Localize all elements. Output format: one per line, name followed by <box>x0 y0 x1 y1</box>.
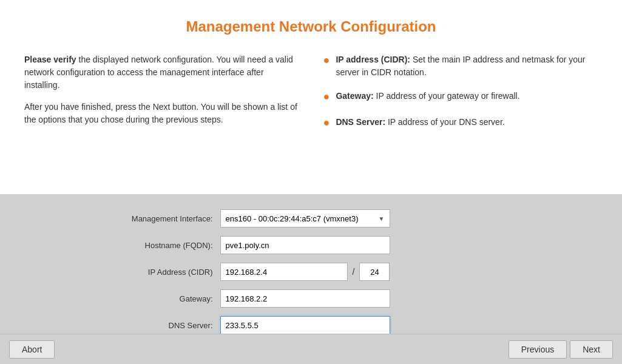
list-item-ip: ● IP address (CIDR): Set the main IP add… <box>323 53 598 79</box>
bullet-icon: ● <box>323 52 330 69</box>
management-interface-label: Management Interface: <box>99 214 220 223</box>
footer-right: Previous Next <box>509 340 613 359</box>
interface-select-value: ens160 - 00:0c:29:44:a5:c7 (vmxnet3) <box>226 214 376 223</box>
previous-button[interactable]: Previous <box>509 340 567 359</box>
management-interface-row: Management Interface: ens160 - 00:0c:29:… <box>99 209 524 228</box>
description-right: ● IP address (CIDR): Set the main IP add… <box>323 53 598 142</box>
gateway-row: Gateway: <box>99 289 524 308</box>
gateway-input[interactable] <box>220 289 390 308</box>
chevron-down-icon: ▼ <box>379 215 385 222</box>
page-title: Management Network Configuration <box>24 18 598 35</box>
bullet-icon: ● <box>323 89 330 105</box>
cidr-input[interactable] <box>359 263 390 281</box>
cidr-separator: / <box>353 267 355 277</box>
dns-label: DNS Server: <box>99 321 220 330</box>
list-item-dns: ● DNS Server: IP address of your DNS ser… <box>323 116 598 131</box>
list-item-gateway: ● Gateway: IP address of your gateway or… <box>323 90 598 105</box>
next-button[interactable]: Next <box>570 340 613 359</box>
list-item-gateway-text: Gateway: IP address of your gateway or f… <box>336 90 519 103</box>
hostname-label: Hostname (FQDN): <box>99 241 220 250</box>
list-item-dns-text: DNS Server: IP address of your DNS serve… <box>336 116 504 129</box>
verify-bold: Please verify <box>24 55 76 64</box>
gateway-label: Gateway: <box>99 294 220 303</box>
ip-address-input[interactable] <box>220 263 348 281</box>
ip-address-row: IP Address (CIDR) / <box>99 263 524 281</box>
footer: Abort Previous Next <box>0 334 622 364</box>
list-item-ip-text: IP address (CIDR): Set the main IP addre… <box>336 53 598 79</box>
next-instructions: After you have finished, press the Next … <box>24 101 299 126</box>
management-interface-select[interactable]: ens160 - 00:0c:29:44:a5:c7 (vmxnet3) ▼ <box>220 209 390 228</box>
description-left: Please verify the displayed network conf… <box>24 53 299 142</box>
dns-row: DNS Server: <box>99 316 524 334</box>
dns-input[interactable] <box>220 316 390 334</box>
ip-address-label: IP Address (CIDR) <box>99 268 220 277</box>
bullet-icon: ● <box>323 115 330 131</box>
hostname-row: Hostname (FQDN): <box>99 236 524 254</box>
hostname-input[interactable] <box>220 236 390 254</box>
abort-button[interactable]: Abort <box>9 340 55 359</box>
